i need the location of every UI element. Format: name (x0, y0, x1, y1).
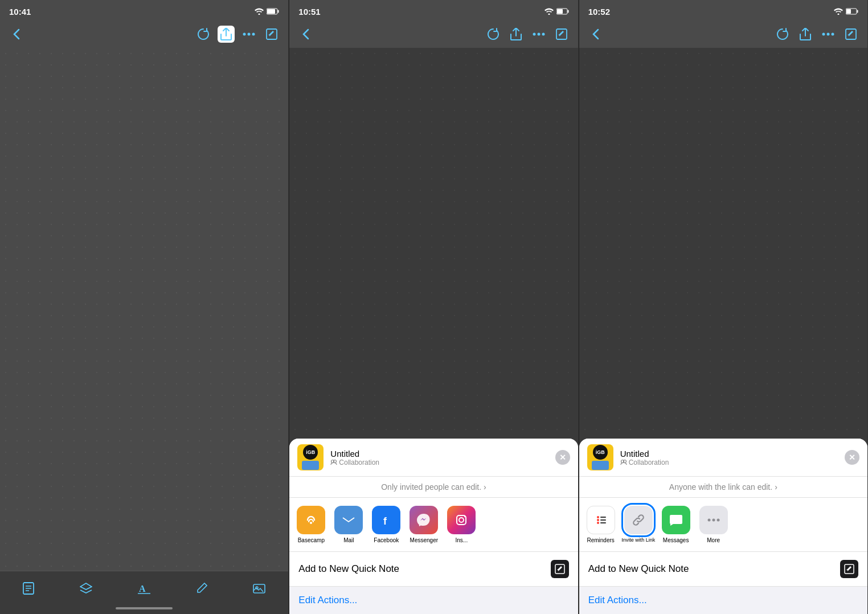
svg-point-60 (716, 519, 719, 522)
svg-rect-2 (278, 10, 279, 13)
svg-text:f: f (383, 515, 387, 527)
home-indicator-1 (0, 603, 288, 614)
doc-subtitle-text-3: Collaboration (629, 459, 669, 466)
back-button-2[interactable] (297, 26, 314, 43)
permission-text-2: Only invited people can edit. (381, 482, 481, 492)
svg-rect-3 (267, 9, 275, 14)
close-sheet-button-2[interactable]: ✕ (555, 450, 570, 465)
collaboration-icon-3 (620, 459, 627, 466)
app-item-basecamp[interactable]: Basecamp (294, 506, 328, 543)
svg-point-5 (248, 33, 251, 36)
share-sheet-3: iGB Untitled Collaboration ✕ Anyone with… (579, 439, 867, 614)
doc-preview-row-2: iGB Untitled Collaboration ✕ (289, 439, 578, 477)
doc-thumb-graphic-3 (592, 461, 609, 470)
svg-point-54 (597, 522, 599, 524)
svg-point-52 (597, 516, 599, 518)
quick-note-row-2[interactable]: Add to New Quick Note (289, 552, 578, 587)
edit-actions-row-2[interactable]: Edit Actions... (289, 587, 578, 614)
svg-point-20 (533, 33, 535, 36)
more-icon-3[interactable] (820, 26, 837, 43)
share-button-1[interactable] (218, 26, 235, 43)
share-sheet-2: iGB Untitled Collaboration ✕ Only invite… (289, 439, 578, 614)
share-button-2[interactable] (507, 26, 525, 43)
app-item-messages[interactable]: Messages (659, 506, 693, 543)
nav-bar-2 (289, 21, 578, 48)
toolbar-doc-1[interactable] (23, 582, 34, 595)
collab-apps-row-3: Reminders Invite with Link (579, 498, 867, 552)
nav-right-2 (485, 26, 570, 43)
status-icons-2 (544, 8, 569, 15)
status-bar-2: 10:51 (289, 0, 578, 21)
status-icons-3 (834, 8, 858, 15)
messages-icon (662, 506, 690, 534)
facebook-icon: f (372, 506, 400, 534)
edit-actions-text-2: Edit Actions... (298, 595, 357, 605)
edit-icon-1[interactable] (263, 26, 280, 43)
phone-panel-2: 10:51 iGB (289, 0, 578, 614)
svg-point-0 (259, 14, 260, 15)
invite-link-label: Invite with Link (621, 537, 655, 543)
status-time-3: 10:52 (588, 7, 610, 17)
rewind-icon-2[interactable] (485, 26, 502, 43)
rewind-icon-1[interactable] (195, 26, 212, 43)
permission-text-3: Anyone with the link can edit. (669, 482, 772, 492)
quick-note-row-3[interactable]: Add to New Quick Note (579, 552, 867, 587)
mail-label: Mail (343, 537, 354, 543)
app-item-instagram[interactable]: Ins... (444, 506, 478, 543)
home-bar-1 (116, 607, 173, 609)
nav-bar-1 (0, 21, 288, 48)
svg-point-21 (537, 33, 540, 36)
app-item-more[interactable]: More (697, 506, 731, 543)
rewind-icon-3[interactable] (774, 26, 791, 43)
doc-thumb-graphic (302, 461, 319, 470)
svg-rect-44 (857, 10, 858, 13)
svg-rect-28 (343, 517, 354, 525)
doc-thumb-label-3: iGB (593, 445, 608, 460)
nav-right-1 (195, 26, 280, 43)
app-item-mail[interactable]: Mail (331, 506, 366, 543)
svg-point-58 (707, 519, 710, 522)
facebook-label: Facebook (374, 537, 399, 543)
doc-title-2: Untitled (330, 449, 548, 459)
toolbar-layers-1[interactable] (80, 583, 92, 594)
edit-icon-2[interactable] (553, 26, 570, 43)
toolbar-text-1[interactable]: A (138, 583, 150, 594)
more-icon-1[interactable] (240, 26, 257, 43)
reminders-icon (587, 506, 615, 534)
share-button-3[interactable] (797, 26, 814, 43)
mail-icon (334, 506, 363, 534)
invite-link-icon (624, 506, 653, 534)
toolbar-pencil-1[interactable] (196, 582, 207, 595)
wifi-icon-3 (834, 8, 843, 15)
doc-info-2: Untitled Collaboration (330, 449, 548, 466)
instagram-label: Ins... (455, 537, 468, 543)
app-item-invite-link[interactable]: Invite with Link (621, 506, 656, 543)
instagram-icon (447, 506, 476, 534)
doc-subtitle-text-2: Collaboration (339, 459, 379, 466)
close-sheet-button-3[interactable]: ✕ (845, 450, 859, 465)
toolbar-photo-1[interactable] (253, 583, 265, 594)
svg-point-42 (837, 14, 839, 15)
quick-note-icon-2 (551, 560, 569, 578)
share-card-3: iGB Untitled Collaboration ✕ Anyone with… (579, 439, 867, 614)
permission-row-3[interactable]: Anyone with the link can edit. › (579, 477, 867, 498)
doc-thumb-inner-3: iGB (587, 444, 613, 470)
back-button-1[interactable] (8, 26, 25, 43)
edit-actions-row-3[interactable]: Edit Actions... (579, 587, 867, 614)
messenger-label: Messenger (410, 537, 438, 543)
svg-point-4 (243, 33, 246, 36)
doc-preview-row-3: iGB Untitled Collaboration ✕ (579, 439, 867, 477)
more-icon-2[interactable] (530, 26, 547, 43)
edit-icon-3[interactable] (842, 26, 859, 43)
svg-point-16 (548, 14, 550, 15)
app-item-facebook[interactable]: f Facebook (369, 506, 403, 543)
status-time-2: 10:51 (298, 7, 320, 17)
battery-icon-3 (846, 8, 858, 15)
back-button-3[interactable] (587, 26, 604, 43)
permission-row-2[interactable]: Only invited people can edit. › (289, 477, 578, 498)
app-item-reminders[interactable]: Reminders (584, 506, 618, 543)
svg-rect-45 (846, 9, 851, 14)
status-icons-1 (255, 8, 279, 15)
more-label: More (707, 537, 720, 543)
app-item-messenger[interactable]: Messenger (407, 506, 441, 543)
